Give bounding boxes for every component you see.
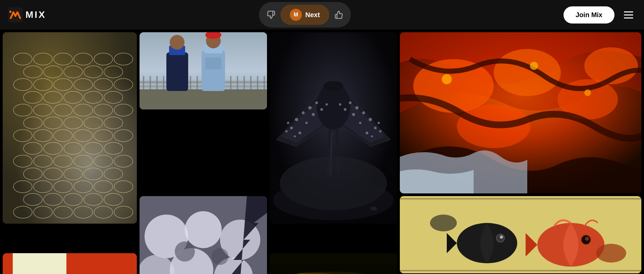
svg-point-126 <box>302 111 305 115</box>
abstract-yellow-visual <box>270 253 397 274</box>
svg-point-152 <box>273 180 394 220</box>
svg-rect-96 <box>244 76 245 89</box>
card-plane[interactable] <box>3 253 137 274</box>
svg-point-136 <box>326 103 328 106</box>
svg-rect-166 <box>13 253 66 274</box>
svg-rect-100 <box>166 52 188 91</box>
svg-rect-88 <box>190 76 191 89</box>
mix-m-icon: M <box>290 9 302 21</box>
svg-point-150 <box>323 81 343 91</box>
card-fish-illustration[interactable] <box>400 196 641 273</box>
svg-point-118 <box>175 241 195 262</box>
svg-point-138 <box>374 127 377 129</box>
svg-rect-95 <box>237 76 238 89</box>
svg-rect-98 <box>257 76 258 89</box>
manta-ray-visual: RB <box>270 32 397 224</box>
svg-point-149 <box>339 103 341 106</box>
svg-point-133 <box>294 135 296 137</box>
card-abstract-yellow[interactable] <box>270 253 397 274</box>
svg-point-130 <box>299 132 301 134</box>
svg-point-141 <box>355 106 359 109</box>
next-label: Next <box>305 11 320 19</box>
svg-point-127 <box>287 122 289 124</box>
svg-point-119 <box>212 248 228 265</box>
mix-logo-icon <box>8 7 23 22</box>
like-button[interactable] <box>329 5 348 24</box>
svg-rect-4 <box>3 32 137 224</box>
svg-point-143 <box>366 132 368 134</box>
svg-point-185 <box>596 244 626 263</box>
bubbles-visual <box>140 196 267 274</box>
nav-center: M Next <box>259 2 351 28</box>
svg-rect-107 <box>205 57 221 69</box>
two-people-visual <box>140 32 267 109</box>
svg-rect-82 <box>150 76 151 89</box>
svg-point-142 <box>349 101 352 104</box>
svg-point-145 <box>352 113 355 116</box>
lava-visual <box>400 32 641 193</box>
menu-line-1 <box>624 11 633 12</box>
svg-rect-83 <box>156 76 158 89</box>
header: MIX M Next Join Mix <box>0 0 644 30</box>
snake-scales-visual <box>3 32 137 224</box>
svg-point-140 <box>378 122 380 124</box>
logo-area: MIX <box>8 7 46 22</box>
svg-rect-94 <box>230 76 231 89</box>
svg-point-162 <box>530 62 538 70</box>
svg-point-135 <box>320 108 323 111</box>
plane-visual <box>3 253 137 274</box>
svg-point-102 <box>170 35 184 50</box>
svg-point-110 <box>185 211 222 248</box>
svg-rect-175 <box>270 253 397 263</box>
svg-point-137 <box>369 118 372 121</box>
svg-rect-97 <box>250 76 252 89</box>
svg-point-147 <box>379 130 382 133</box>
card-bubbles[interactable] <box>140 196 267 274</box>
fish-illustration-visual <box>400 196 641 273</box>
svg-rect-99 <box>264 76 265 89</box>
svg-point-128 <box>308 106 312 109</box>
svg-point-157 <box>494 49 561 96</box>
svg-rect-81 <box>143 76 144 89</box>
header-right: Join Mix <box>564 6 636 24</box>
svg-point-163 <box>584 89 591 96</box>
svg-point-144 <box>359 122 362 124</box>
svg-text:RB: RB <box>370 206 377 211</box>
svg-point-132 <box>312 113 315 116</box>
svg-rect-103 <box>202 51 225 91</box>
svg-point-183 <box>585 237 589 241</box>
card-manta-ray[interactable]: RB <box>270 32 397 224</box>
svg-rect-1 <box>9 11 11 13</box>
svg-point-131 <box>306 122 308 124</box>
svg-rect-84 <box>163 76 164 89</box>
svg-point-129 <box>315 101 318 104</box>
menu-line-3 <box>624 17 633 18</box>
menu-button[interactable] <box>621 9 636 21</box>
logo-text: MIX <box>25 9 46 20</box>
menu-line-2 <box>624 14 633 15</box>
svg-point-125 <box>290 127 293 129</box>
svg-point-134 <box>285 130 288 133</box>
join-mix-button[interactable]: Join Mix <box>564 6 614 24</box>
card-snake-scales[interactable] <box>3 32 137 224</box>
svg-point-180 <box>500 235 503 239</box>
svg-point-148 <box>344 108 346 111</box>
main-content: RB <box>0 30 644 274</box>
svg-point-161 <box>442 74 452 84</box>
next-button[interactable]: M Next <box>280 5 329 25</box>
dislike-button[interactable] <box>262 5 280 24</box>
card-two-people[interactable] <box>140 32 267 109</box>
svg-point-139 <box>362 111 365 115</box>
card-lava[interactable] <box>400 32 641 193</box>
svg-point-146 <box>371 135 373 137</box>
svg-point-124 <box>295 118 298 121</box>
svg-rect-78 <box>140 89 267 109</box>
svg-point-184 <box>430 215 457 231</box>
svg-rect-89 <box>197 76 198 89</box>
